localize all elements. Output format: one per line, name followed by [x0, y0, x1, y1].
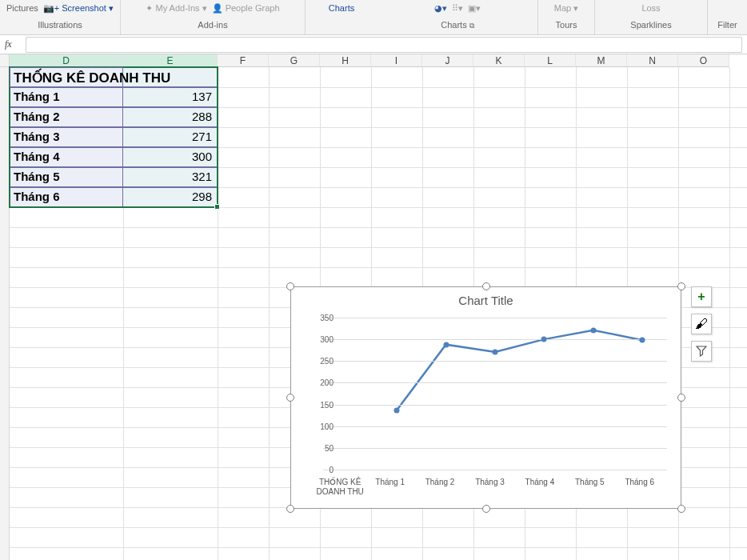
row-value[interactable]: 298	[123, 187, 218, 207]
y-tick: 50	[310, 443, 334, 452]
spreadsheet[interactable]: D E F G H I J K L M N O THỐNG KÊ DOANH T…	[0, 54, 747, 560]
col-head-F[interactable]: F	[218, 54, 269, 67]
y-tick: 200	[310, 378, 334, 387]
table-title[interactable]: THỐNG KÊ DOANH THU	[10, 67, 123, 87]
fx-icon[interactable]: fx	[5, 38, 26, 50]
row-value[interactable]: 137	[123, 87, 218, 107]
data-point[interactable]	[590, 327, 596, 333]
group-tours: Tours	[556, 20, 577, 30]
row-value[interactable]: 300	[123, 147, 218, 167]
funnel-icon	[696, 346, 707, 357]
screenshot-button[interactable]: 📷+ Screenshot ▾	[43, 3, 114, 14]
col-head-M[interactable]: M	[576, 54, 627, 67]
col-head-H[interactable]: H	[320, 54, 371, 67]
col-head-G[interactable]: G	[269, 54, 320, 67]
chart-area[interactable]: Chart Title THỐNG KÊ DOANH THUTháng 1Thá…	[290, 286, 681, 509]
chart-elements-button[interactable]: +	[691, 286, 712, 307]
resize-handle[interactable]	[482, 505, 490, 513]
data-point[interactable]	[493, 349, 498, 354]
data-point[interactable]	[443, 342, 449, 347]
cells-area[interactable]: THỐNG KÊ DOANH THU Tháng 1137 Tháng 2288…	[10, 67, 747, 560]
col-head-J[interactable]: J	[422, 54, 473, 67]
data-point[interactable]	[394, 407, 400, 413]
col-head-L[interactable]: L	[525, 54, 576, 67]
col-head-N[interactable]: N	[627, 54, 678, 67]
resize-handle[interactable]	[677, 394, 685, 402]
group-addins: Add-ins	[198, 20, 227, 30]
resize-handle[interactable]	[286, 505, 294, 513]
group-charts: Charts ⧉	[441, 20, 473, 30]
x-tick: THỐNG KÊ DOANH THU	[315, 478, 365, 497]
resize-handle[interactable]	[286, 394, 294, 402]
x-tick: Tháng 2	[415, 478, 465, 497]
resize-handle[interactable]	[677, 282, 685, 290]
y-tick: 300	[310, 335, 334, 344]
select-all-corner[interactable]	[0, 54, 10, 67]
row-label[interactable]: Tháng 6	[10, 187, 123, 207]
row-value[interactable]: 271	[123, 127, 218, 147]
y-tick: 100	[310, 422, 334, 430]
formula-bar: fx	[0, 35, 747, 54]
data-table: THỐNG KÊ DOANH THU Tháng 1137 Tháng 2288…	[10, 67, 218, 207]
column-headers: D E F G H I J K L M N O	[10, 54, 729, 67]
x-tick: Tháng 3	[465, 478, 514, 497]
x-tick: Tháng 4	[515, 478, 565, 497]
row-label[interactable]: Tháng 4	[10, 147, 123, 167]
loss-button[interactable]: Loss	[641, 3, 660, 13]
chart-picker-2[interactable]: ⠿▾	[452, 3, 463, 14]
ribbon: Pictures 📷+ Screenshot ▾ Illustrations ✦…	[0, 0, 747, 35]
x-tick: Tháng 1	[365, 478, 414, 497]
map-button[interactable]: Map ▾	[554, 3, 578, 14]
resize-handle[interactable]	[482, 282, 490, 290]
my-addins-button[interactable]: ✦ My Add-Ins ▾	[146, 3, 206, 14]
row-label[interactable]: Tháng 3	[10, 127, 123, 147]
col-head-K[interactable]: K	[473, 54, 525, 67]
chart-title[interactable]: Chart Title	[291, 294, 681, 307]
chart-picker-1[interactable]: ◕▾	[434, 3, 447, 14]
row-label[interactable]: Tháng 1	[10, 87, 123, 107]
x-axis-labels: THỐNG KÊ DOANH THUTháng 1Tháng 2Tháng 3T…	[315, 478, 665, 497]
y-tick: 0	[310, 466, 334, 474]
row-gutter[interactable]	[0, 67, 10, 560]
y-tick: 350	[310, 314, 334, 322]
data-point[interactable]	[640, 338, 645, 343]
embedded-chart[interactable]: Chart Title THỐNG KÊ DOANH THUTháng 1Thá…	[284, 280, 688, 515]
plot-area[interactable]	[323, 318, 667, 470]
y-tick: 150	[310, 400, 334, 409]
row-value[interactable]: 321	[123, 167, 218, 187]
people-graph-button[interactable]: 👤 People Graph	[212, 3, 280, 14]
data-point[interactable]	[541, 337, 547, 342]
chart-picker-3[interactable]: ▣▾	[468, 3, 481, 14]
group-illustrations: Illustrations	[38, 20, 82, 30]
y-tick: 250	[310, 357, 334, 366]
pictures-button[interactable]: Pictures	[6, 3, 38, 13]
row-value[interactable]: 288	[123, 107, 218, 127]
x-tick: Tháng 5	[565, 478, 614, 497]
col-head-I[interactable]: I	[371, 54, 422, 67]
row-label[interactable]: Tháng 2	[10, 107, 123, 127]
formula-input[interactable]	[26, 37, 742, 53]
group-sparklines: Sparklines	[630, 20, 671, 30]
resize-handle[interactable]	[286, 282, 294, 290]
chart-filters-button[interactable]	[691, 341, 712, 362]
col-head-E[interactable]: E	[123, 54, 218, 67]
resize-handle[interactable]	[677, 505, 685, 513]
recommended-charts-button[interactable]: Charts	[329, 3, 354, 13]
col-head-O[interactable]: O	[678, 54, 729, 67]
x-tick: Tháng 6	[615, 478, 665, 497]
group-filter: Filter	[717, 20, 737, 30]
chart-side-buttons: + 🖌	[691, 286, 712, 362]
chart-styles-button[interactable]: 🖌	[691, 314, 712, 334]
col-head-D[interactable]: D	[10, 54, 123, 67]
row-label[interactable]: Tháng 5	[10, 167, 123, 187]
